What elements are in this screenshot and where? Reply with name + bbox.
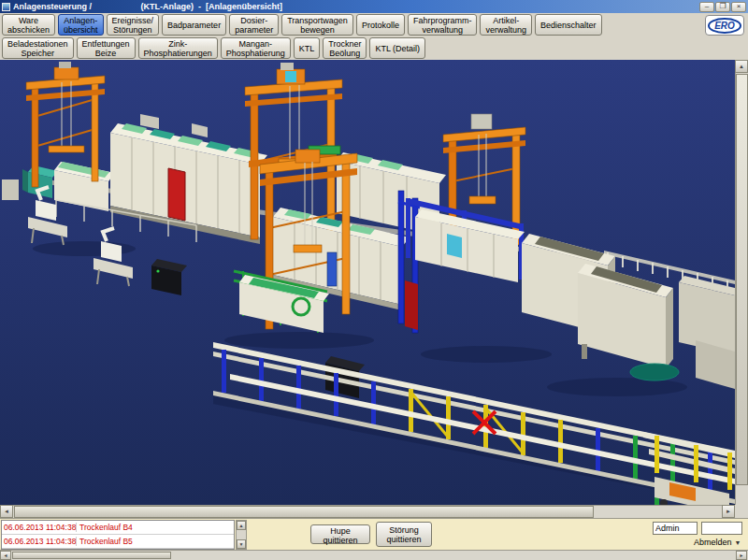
window-scroll-left-icon[interactable]: ◄	[0, 551, 11, 560]
ero-logo-text: ERO	[708, 18, 741, 34]
alarm-list-scrollbar[interactable]: ▲ ▼	[236, 520, 247, 550]
alarm-timestamp: 06.06.2013 11:04:38	[2, 523, 77, 532]
button-protokolle[interactable]: Protokolle	[356, 14, 405, 36]
alarm-row[interactable]: 06.06.2013 11:04:38 Trockenlauf B4	[2, 521, 234, 535]
scroll-up-icon[interactable]: ▲	[735, 60, 748, 73]
button-bedienschalter[interactable]: Bedienschalter	[535, 14, 602, 36]
button-transportwagen-bewegen[interactable]: Transportwagen bewegen	[281, 14, 353, 36]
scene-horizontal-scrollbar[interactable]: ◄ ►	[0, 505, 735, 518]
user-field[interactable]	[653, 522, 698, 535]
window-horizontal-scrollbar[interactable]: ◄ ►	[0, 550, 748, 560]
button-mangan-phosphatierung[interactable]: Mangan- Phosphatierung	[221, 37, 291, 59]
logout-dropdown[interactable]: Abmelden ▼	[694, 538, 741, 547]
toolbar-row-1: Ware abschicken Anlagen- übersicht Ereig…	[0, 13, 748, 36]
scroll-right-icon[interactable]: ►	[722, 505, 735, 518]
plant-3d-viewport[interactable]	[0, 60, 735, 505]
button-trockner-beoelung[interactable]: Trockner Beölung	[323, 37, 367, 59]
password-field[interactable]	[701, 522, 742, 535]
alarm-row[interactable]: 06.06.2013 11:04:38 Trockenlauf B5	[2, 535, 234, 549]
button-fahrprogrammverwaltung[interactable]: Fahrprogramm- verwaltung	[408, 14, 478, 36]
button-dosierparameter[interactable]: Dosier- parameter	[229, 14, 279, 36]
button-anlagenuebersicht[interactable]: Anlagen- übersicht	[58, 14, 104, 36]
close-button[interactable]: ×	[731, 2, 746, 12]
maximize-button[interactable]: ❐	[715, 2, 730, 12]
scene-vertical-scrollbar[interactable]: ▲ ▼	[735, 60, 748, 518]
toolbar-row-2: Beladestationen Speicher Entfettungen Be…	[0, 36, 748, 60]
window-scroll-thumb[interactable]	[12, 552, 171, 559]
button-ware-abschicken[interactable]: Ware abschicken	[2, 14, 55, 36]
acknowledge-horn-button[interactable]: Hupe quittieren	[310, 524, 370, 544]
button-badparameter[interactable]: Badparameter	[162, 14, 226, 36]
ero-logo: ERO	[705, 15, 744, 36]
acknowledge-fault-button[interactable]: Störung quittieren	[376, 522, 432, 547]
plant-3d-view	[0, 60, 735, 505]
scrollbar-corner	[735, 505, 748, 518]
alarm-text: Trockenlauf B4	[77, 523, 133, 532]
button-entfettungen-beize[interactable]: Entfettungen Beize	[77, 37, 136, 59]
window-title: Anlagensteuerung / (KTL-Anlage) - [Anlag…	[13, 2, 282, 11]
vertical-scroll-thumb[interactable]	[736, 74, 748, 485]
window-scroll-right-icon[interactable]: ►	[736, 551, 747, 560]
minimize-button[interactable]: –	[699, 2, 714, 12]
app-icon	[2, 3, 10, 11]
button-beladestationen-speicher[interactable]: Beladestationen Speicher	[2, 37, 74, 59]
button-ereignisse-stoerungen[interactable]: Ereignisse/ Störungen	[107, 14, 160, 36]
app-window: Anlagensteuerung / (KTL-Anlage) - [Anlag…	[0, 0, 748, 560]
alarm-message-list: 06.06.2013 11:04:38 Trockenlauf B4 06.06…	[1, 520, 235, 550]
alarm-timestamp: 06.06.2013 11:04:38	[2, 537, 77, 546]
status-panel: 06.06.2013 11:04:38 Trockenlauf B4 06.06…	[0, 518, 748, 550]
button-artikelverwaltung[interactable]: Artikel- verwaltung	[480, 14, 532, 36]
button-ktl-detail[interactable]: KTL (Detail)	[369, 37, 425, 59]
chevron-down-icon: ▼	[735, 539, 741, 546]
horizontal-scroll-thumb[interactable]	[14, 506, 594, 518]
alarm-text: Trockenlauf B5	[77, 537, 133, 546]
alarm-scroll-down-icon[interactable]: ▼	[237, 539, 246, 549]
scroll-left-icon[interactable]: ◄	[0, 505, 13, 518]
teal-basin	[630, 364, 679, 381]
button-ktl[interactable]: KTL	[294, 37, 321, 59]
button-zink-phosphatierungen[interactable]: Zink- Phosphatierungen	[138, 37, 218, 59]
alarm-scroll-up-icon[interactable]: ▲	[237, 521, 246, 530]
logout-label: Abmelden	[694, 538, 732, 547]
titlebar: Anlagensteuerung / (KTL-Anlage) - [Anlag…	[0, 0, 748, 13]
